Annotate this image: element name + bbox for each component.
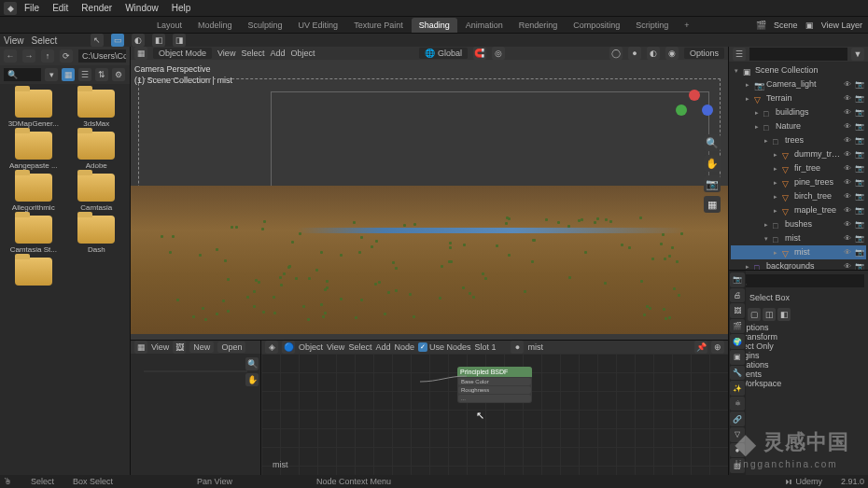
restrict-render-icon[interactable]: 📷	[855, 162, 864, 174]
material-dropdown[interactable]: mist	[527, 342, 583, 352]
tool-e[interactable]: ◨	[173, 34, 186, 47]
tab-constraint[interactable]: 🔗	[730, 411, 745, 426]
gizmo-x-icon[interactable]	[689, 90, 700, 101]
sort-icon[interactable]: ⇅	[95, 68, 108, 81]
node-canvas[interactable]: Principled BSDF Base Color Roughness ...…	[261, 354, 728, 475]
restrict-select-icon[interactable]: 👁	[844, 176, 853, 188]
tab-rendering[interactable]: Rendering	[511, 18, 566, 33]
menu-select-2[interactable]: Select	[32, 35, 58, 46]
affect-row[interactable]: Origins	[733, 351, 864, 360]
menu-window[interactable]: Window	[119, 1, 164, 15]
tab-animation[interactable]: Animation	[458, 18, 511, 33]
restrict-render-icon[interactable]: 📷	[855, 260, 864, 270]
tree-item[interactable]: ▸ □ Nature 👁 📷	[731, 119, 866, 133]
view-list-icon[interactable]: ☰	[78, 68, 91, 81]
restrict-render-icon[interactable]: 📷	[855, 190, 864, 202]
nav-back-icon[interactable]: ←	[4, 49, 17, 63]
tree-item[interactable]: ▾ □ mist 👁 📷	[731, 231, 866, 245]
restrict-render-icon[interactable]: 📷	[855, 134, 864, 146]
select-tool[interactable]: ▭	[111, 34, 124, 47]
restrict-select-icon[interactable]: 👁	[844, 120, 853, 132]
selbox-b[interactable]: ▢	[748, 308, 761, 321]
tab-uv-editing[interactable]: UV Editing	[291, 18, 346, 33]
zoom-icon[interactable]: 🔍	[704, 134, 721, 151]
vp-menu-select[interactable]: Select	[241, 49, 264, 58]
nav-gizmo[interactable]	[676, 88, 713, 125]
pv-view[interactable]: View	[151, 342, 169, 352]
menu-view-2[interactable]: View	[4, 35, 24, 46]
tab-shading[interactable]: Shading	[412, 18, 457, 33]
selbox-c[interactable]: ◫	[763, 308, 776, 321]
restrict-render-icon[interactable]: 📷	[855, 218, 864, 230]
file-search-input[interactable]	[4, 68, 41, 81]
restrict-select-icon[interactable]: 👁	[844, 78, 853, 91]
options-dropdown[interactable]: Options	[684, 48, 724, 59]
tree-item[interactable]: ▸ □ buildings 👁 📷	[731, 105, 866, 119]
tab-scripting[interactable]: Scripting	[628, 18, 676, 33]
tree-item[interactable]: ▸ ▽ pine_trees 👁 📷	[731, 175, 866, 189]
tree-item[interactable]: ▸ 📷 Camera_light 👁 📷	[731, 77, 866, 91]
disclosure-icon[interactable]: ▸	[772, 148, 779, 160]
folder-item[interactable]: Dash	[69, 216, 125, 254]
pv-img-icon[interactable]: 🖼	[173, 341, 186, 354]
restrict-select-icon[interactable]: 👁	[844, 246, 853, 258]
folder-item[interactable]: 3DMapGener...	[6, 90, 62, 128]
tree-root[interactable]: ▾▣Scene Collection	[731, 63, 866, 77]
disclosure-icon[interactable]: ▸	[772, 176, 779, 188]
restrict-select-icon[interactable]: 👁	[844, 148, 853, 160]
filter-funnel-icon[interactable]: ▼	[851, 48, 864, 61]
shading-render-icon[interactable]: ◉	[665, 47, 679, 60]
restrict-render-icon[interactable]: 📷	[855, 176, 864, 188]
vp-menu-object[interactable]: Object	[290, 49, 315, 58]
restrict-select-icon[interactable]: 👁	[844, 260, 853, 270]
tab-object[interactable]: ▣	[730, 350, 745, 365]
tree-item[interactable]: ▸ ▽ fir_tree 👁 📷	[731, 161, 866, 175]
tree-item[interactable]: ▸ □ bushes 👁 📷	[731, 217, 866, 231]
restrict-select-icon[interactable]: 👁	[844, 162, 853, 174]
ne-select[interactable]: Select	[348, 342, 371, 352]
pv-pan-icon[interactable]: ✋	[245, 373, 259, 386]
disclosure-icon[interactable]: ▸	[772, 162, 779, 174]
tree-item[interactable]: ▸ ▽ maple_tree 👁 📷	[731, 203, 866, 217]
tab-texture[interactable]: ▨	[730, 458, 745, 473]
disclosure-icon[interactable]: ▸	[753, 120, 761, 132]
tab-layout[interactable]: Layout	[149, 18, 189, 33]
camera-icon[interactable]: 📷	[704, 175, 721, 192]
use-nodes-checkbox[interactable]: ✓ Use Nodes	[418, 342, 471, 352]
tab-physics[interactable]: ⚛	[730, 397, 745, 411]
tab-material[interactable]: ●	[730, 443, 745, 458]
tab-modifier[interactable]: 🔧	[730, 366, 745, 381]
disclosure-icon[interactable]: ▸	[744, 260, 751, 270]
persp-icon[interactable]: ▦	[704, 196, 721, 213]
disclosure-icon[interactable]: ▸	[772, 190, 779, 202]
disclosure-icon[interactable]: ▾	[763, 232, 770, 244]
disclosure-icon[interactable]: ▸	[763, 134, 770, 146]
filter-icon[interactable]: ▾	[45, 68, 58, 81]
shading-solid-icon[interactable]: ●	[628, 47, 641, 60]
prop-edit-icon[interactable]: ◎	[492, 47, 505, 60]
tab-particle[interactable]: ✨	[730, 381, 745, 396]
props-search[interactable]	[733, 274, 864, 287]
restrict-render-icon[interactable]: 📷	[855, 92, 864, 105]
restrict-select-icon[interactable]: 👁	[844, 92, 853, 105]
section-options[interactable]: ▸ Options	[733, 323, 864, 332]
restrict-render-icon[interactable]: 📷	[855, 246, 864, 258]
tab-scene[interactable]: 🎬	[730, 319, 745, 334]
cursor-tool[interactable]: ↖	[91, 34, 104, 47]
restrict-select-icon[interactable]: 👁	[844, 190, 853, 202]
open-button[interactable]: Open	[217, 342, 245, 353]
tab-compositing[interactable]: Compositing	[566, 18, 627, 33]
path-field[interactable]: C:\Users\Comp...	[78, 49, 126, 63]
add-workspace[interactable]: +	[677, 18, 696, 33]
menu-file[interactable]: File	[19, 1, 45, 15]
section-transform[interactable]: ▾ Transform	[733, 332, 864, 342]
ne-node[interactable]: Node	[394, 342, 414, 352]
snap-icon[interactable]: 🧲	[473, 47, 486, 60]
disclosure-icon[interactable]: ▸	[772, 204, 779, 216]
editor-type-icon-2[interactable]: ▦	[134, 341, 147, 354]
image-preview-grid[interactable]	[144, 370, 247, 372]
gizmo-z-icon[interactable]	[702, 105, 713, 116]
slot-dropdown[interactable]: Slot 1	[474, 342, 496, 352]
menu-render[interactable]: Render	[76, 1, 118, 15]
shading-matprev-icon[interactable]: ◐	[647, 47, 660, 60]
